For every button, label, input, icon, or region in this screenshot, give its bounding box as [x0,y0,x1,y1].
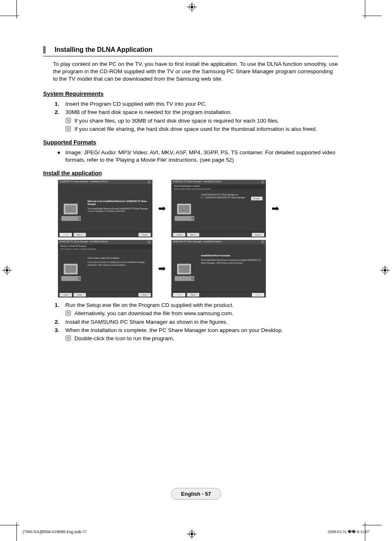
note-icon: N [65,117,74,125]
registration-mark-icon [187,2,197,12]
finish-button: Finish [187,293,199,297]
close-icon: × [261,240,264,244]
computer-icon [175,261,196,285]
installer-message: Welcome to the InstallShield Wizard for … [88,200,149,213]
print-info: [7000-NA]BN68-01988H-Eng.indb 57 2009-03… [23,529,369,534]
formats-heading: Supported Formats [43,139,339,146]
print-file: [7000-NA]BN68-01988H-Eng.indb 57 [23,529,87,534]
installer-title: SAMSUNG PC Share Manager - InstallShield… [173,240,221,244]
cancel-button: Cancel [138,233,151,237]
list-text: Run the Setup.exe file on the Program CD… [65,302,339,309]
installer-complete-body: The InstallShield Wizard has successfull… [201,259,263,265]
arrow-right-icon: ➡ [158,202,166,215]
installer-ready-line2: If you want to review or change any of y… [88,261,149,267]
print-timestamp: 2009-03-31 �� 8:11:07 [327,529,369,534]
installer-button-bar: < Back Finish Cancel [171,292,266,297]
svg-point-23 [78,217,81,220]
section-heading: Installing the DLNA Application [43,45,339,56]
installer-message-body: The InstallShield Wizard will install SA… [88,207,149,213]
page-footer: English - 57 [0,488,392,500]
list-text: 30MB of free hard disk space is needed f… [65,109,339,116]
close-icon: × [261,180,264,183]
page-frame: Installing the DLNA Application To play … [0,0,392,541]
note-item: N If you share files, up to 30MB of hard… [65,117,339,125]
note-icon: N [65,310,74,317]
note-text: If you cancel file sharing, the hard dis… [74,125,339,133]
next-button: Next > [187,233,199,237]
cancel-button: Cancel [252,293,264,297]
list-number: 3. [55,327,65,334]
sys-req-list: 1. Insert the Program CD supplied with t… [55,100,339,133]
installer-titlebar: SAMSUNG PC Share Manager - InstallShield… [58,240,152,244]
installer-body: Click Install to begin the installation.… [58,249,152,288]
list-number: 1. [55,302,65,309]
list-text: When the installation is complete, the P… [65,327,339,334]
installer-title: SAMSUNG PC Share Manager - InstallShield… [60,180,108,184]
installer-row: SAMSUNG PC Share Manager - InstallShield… [58,180,339,237]
note-item: N Alternatively, you can download the fi… [65,310,339,317]
close-icon: × [148,180,151,183]
note-text: Alternatively, you can download the file… [74,310,339,317]
note-icon: N [65,335,74,342]
svg-text:N: N [67,336,69,341]
installer-titlebar: SAMSUNG PC Share Manager - InstallShield… [171,240,266,244]
install-heading: Install the application [43,169,339,177]
installer-button-bar: < Back Install Cancel [58,292,152,297]
svg-rect-25 [179,205,189,213]
crop-mark [0,16,19,16]
list-item: 2. 30MB of free hard disk space is neede… [55,109,339,116]
list-number: 2. [55,318,65,326]
installer-subheader: Ready to Install the Program The wizard … [58,244,152,249]
svg-text:N: N [67,127,69,131]
installer-step-4: SAMSUNG PC Share Manager - InstallShield… [171,240,266,297]
back-button: < Back [173,233,185,237]
page-number: English - 57 [171,488,221,500]
list-text: Install the SAMSUNG PC Share Manager as … [65,318,339,326]
installer-subheader-title: Choose Destination Location [174,185,263,188]
back-button: < Back [60,293,72,297]
change-button: Change... [251,197,263,200]
computer-icon [61,261,83,285]
crop-mark [0,525,19,525]
note-item: N If you cancel file sharing, the hard d… [65,125,339,133]
install-steps-list: 1. Run the Setup.exe file on the Program… [55,302,339,342]
list-item: ● Image: JPEG/ Audio: MP3/ Video: AVI, M… [55,149,339,164]
intro-text: To play content on the PC on the TV, you… [53,60,339,83]
arrow-right-icon: ➡ [272,202,279,215]
note-text: Double-click the icon to run the program… [74,335,339,342]
installer-body: InstallShield Wizard Complete The Instal… [171,244,266,288]
cancel-button: Cancel [138,293,151,297]
installer-step-1: SAMSUNG PC Share Manager - InstallShield… [58,180,152,237]
page-content: Installing the DLNA Application To play … [43,45,339,343]
installer-message: InstallShield Wizard Complete The Instal… [201,254,263,264]
installer-step-3: SAMSUNG PC Share Manager - InstallShield… [58,240,152,297]
installer-complete-title: InstallShield Wizard Complete [201,254,263,257]
installer-subheader: Choose Destination Location Select folde… [171,184,266,189]
installer-title: SAMSUNG PC Share Manager - InstallShield… [60,240,108,244]
crop-mark [362,16,382,16]
installer-message-title: Welcome to the InstallShield Wizard for … [88,200,149,206]
list-item: 2. Install the SAMSUNG PC Share Manager … [55,318,339,326]
installer-step-2: SAMSUNG PC Share Manager - InstallShield… [171,180,266,237]
installer-dest-line1: Install SAMSUNG PC Share Manager to: [201,193,263,196]
list-text: Insert the Program CD supplied with this… [65,100,339,108]
section-title: Installing the DLNA Application [55,45,152,54]
cancel-button: Cancel [252,233,264,237]
arrow-right-icon: ➡ [158,262,166,275]
svg-rect-33 [179,265,189,273]
list-item: 1. Run the Setup.exe file on the Program… [55,302,339,309]
computer-icon [61,201,83,225]
registration-mark-icon [2,265,12,275]
svg-point-35 [191,277,194,280]
list-text: Image: JPEG/ Audio: MP3/ Video: AVI, MKV… [65,149,339,164]
list-number: 2. [55,109,65,116]
list-item: 3. When the installation is complete, th… [55,327,339,334]
svg-point-31 [78,277,81,280]
installer-titlebar: SAMSUNG PC Share Manager - InstallShield… [58,180,152,184]
svg-text:N: N [67,311,69,316]
sys-req-heading: System Requirements [43,90,339,98]
installer-subheader-title: Ready to Install the Program [60,245,150,248]
crop-mark [362,525,382,525]
installer-button-bar: < Back Next > Cancel [171,232,266,237]
installer-title: SAMSUNG PC Share Manager - InstallShield… [173,180,221,184]
